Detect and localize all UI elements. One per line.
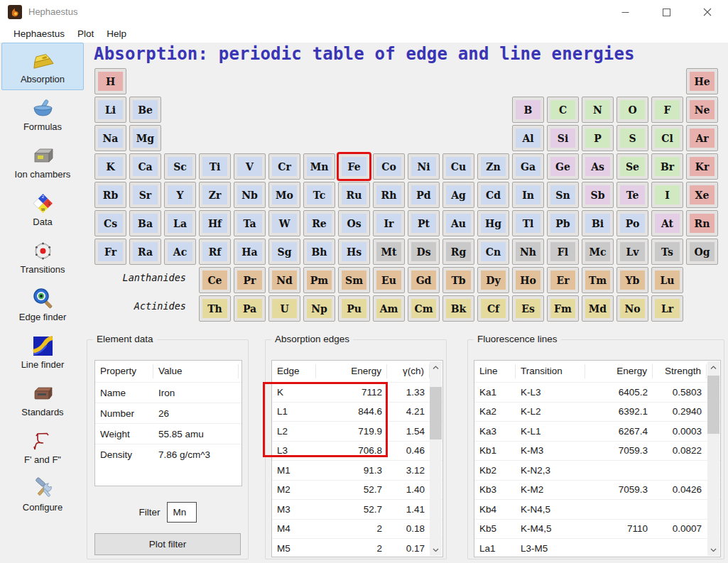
table-row[interactable]: Kb5K-M4,571100.0007 <box>474 519 720 539</box>
table-row[interactable]: Kb3K-M27059.30.0426 <box>474 480 720 500</box>
element-Hg[interactable]: Hg <box>477 210 509 236</box>
element-Pa[interactable]: Pa <box>234 295 266 322</box>
element-Gd[interactable]: Gd <box>408 267 440 293</box>
element-Ha[interactable]: Ha <box>234 239 266 265</box>
element-Sm[interactable]: Sm <box>338 267 370 293</box>
element-Lr[interactable]: Lr <box>651 295 683 322</box>
close-button[interactable] <box>687 0 728 25</box>
table-row[interactable]: La1L3-M5 <box>474 538 720 557</box>
element-Se[interactable]: Se <box>616 153 648 180</box>
scrollbar-thumb[interactable] <box>707 376 719 434</box>
element-Ba[interactable]: Ba <box>129 210 161 236</box>
element-Cn[interactable]: Cn <box>477 239 509 265</box>
table-row[interactable]: Density7.86 g/cm^3 <box>95 444 241 464</box>
element-Sc[interactable]: Sc <box>164 153 196 180</box>
element-Rh[interactable]: Rh <box>373 182 405 208</box>
element-As[interactable]: As <box>582 153 614 180</box>
element-Es[interactable]: Es <box>512 295 544 322</box>
table-row[interactable]: K71121.33 <box>272 382 442 402</box>
element-Hs[interactable]: Hs <box>338 239 370 265</box>
scroll-up-icon[interactable] <box>430 361 442 373</box>
filter-input[interactable]: Mn <box>167 502 197 523</box>
element-Cs[interactable]: Cs <box>94 210 126 236</box>
element-Ne[interactable]: Ne <box>686 97 718 123</box>
element-Ar[interactable]: Ar <box>686 125 718 151</box>
sidebar-item-edge-finder[interactable]: Edge finder <box>1 280 84 328</box>
element-Rb[interactable]: Rb <box>94 182 126 208</box>
element-Np[interactable]: Np <box>303 295 335 322</box>
element-Mo[interactable]: Mo <box>268 182 300 208</box>
element-H[interactable]: H <box>94 68 126 94</box>
element-La[interactable]: La <box>164 210 196 236</box>
sidebar-item-line-finder[interactable]: Line finder <box>1 328 84 376</box>
element-Sb[interactable]: Sb <box>582 182 614 208</box>
element-Ds[interactable]: Ds <box>408 239 440 265</box>
scroll-down-icon[interactable] <box>707 544 719 556</box>
element-Mt[interactable]: Mt <box>373 239 405 265</box>
element-Co[interactable]: Co <box>373 153 405 180</box>
element-O[interactable]: O <box>616 97 648 123</box>
element-No[interactable]: No <box>616 295 648 322</box>
minimize-button[interactable] <box>604 0 646 25</box>
table-row[interactable]: Number26 <box>95 403 241 423</box>
table-row[interactable]: Ka1K-L36405.20.5803 <box>474 382 720 402</box>
element-Mg[interactable]: Mg <box>129 125 161 151</box>
table-row[interactable]: L2719.91.54 <box>272 421 442 441</box>
element-Po[interactable]: Po <box>616 210 648 236</box>
element-Sr[interactable]: Sr <box>129 182 161 208</box>
element-Y[interactable]: Y <box>164 182 196 208</box>
element-Nb[interactable]: Nb <box>234 182 266 208</box>
element-Tm[interactable]: Tm <box>582 267 614 293</box>
element-Pr[interactable]: Pr <box>234 267 266 293</box>
element-Dy[interactable]: Dy <box>477 267 509 293</box>
element-Ts[interactable]: Ts <box>651 239 683 265</box>
sidebar-item-transitions[interactable]: Transitions <box>1 233 84 280</box>
element-V[interactable]: V <box>234 153 266 180</box>
element-Bi[interactable]: Bi <box>582 210 614 236</box>
element-Fm[interactable]: Fm <box>547 295 579 322</box>
element-Hf[interactable]: Hf <box>199 210 231 236</box>
element-He[interactable]: He <box>686 68 718 94</box>
element-Pm[interactable]: Pm <box>303 267 335 293</box>
menu-plot[interactable]: Plot <box>71 27 100 40</box>
element-Fe[interactable]: Fe <box>338 153 370 180</box>
element-Lu[interactable]: Lu <box>651 267 683 293</box>
element-Th[interactable]: Th <box>199 295 231 322</box>
scroll-down-icon[interactable] <box>430 544 442 556</box>
element-Ge[interactable]: Ge <box>547 153 579 180</box>
table-row[interactable]: L1844.64.21 <box>272 402 442 422</box>
table-row[interactable]: M252.71.40 <box>272 480 442 500</box>
element-Am[interactable]: Am <box>373 295 405 322</box>
maximize-button[interactable] <box>646 0 687 25</box>
element-Cl[interactable]: Cl <box>651 125 683 151</box>
element-Bk[interactable]: Bk <box>442 295 474 322</box>
element-Og[interactable]: Og <box>686 239 718 265</box>
element-Ra[interactable]: Ra <box>129 239 161 265</box>
sidebar-item-f-and-f-[interactable]: F' and F" <box>1 423 84 471</box>
element-Xe[interactable]: Xe <box>686 182 718 208</box>
table-row[interactable]: Weight55.85 amu <box>95 423 241 444</box>
element-Si[interactable]: Si <box>547 125 579 151</box>
element-Rf[interactable]: Rf <box>199 239 231 265</box>
edges-scrollbar[interactable] <box>430 361 442 556</box>
element-Al[interactable]: Al <box>512 125 544 151</box>
element-Ru[interactable]: Ru <box>338 182 370 208</box>
element-Cd[interactable]: Cd <box>477 182 509 208</box>
element-Li[interactable]: Li <box>94 97 126 123</box>
element-K[interactable]: K <box>94 153 126 180</box>
element-Ac[interactable]: Ac <box>164 239 196 265</box>
table-row[interactable]: M352.71.41 <box>272 499 442 519</box>
element-Te[interactable]: Te <box>616 182 648 208</box>
element-Ce[interactable]: Ce <box>199 267 231 293</box>
table-row[interactable]: Kb4K-N4,5 <box>474 499 720 519</box>
element-Be[interactable]: Be <box>129 97 161 123</box>
element-Md[interactable]: Md <box>582 295 614 322</box>
element-Na[interactable]: Na <box>94 125 126 151</box>
element-Ho[interactable]: Ho <box>512 267 544 293</box>
sidebar-item-formulas[interactable]: Formulas <box>1 90 84 138</box>
element-Zn[interactable]: Zn <box>477 153 509 180</box>
sidebar-item-data[interactable]: 231WData <box>1 185 84 233</box>
element-N[interactable]: N <box>582 97 614 123</box>
element-Nd[interactable]: Nd <box>268 267 300 293</box>
element-Yb[interactable]: Yb <box>616 267 648 293</box>
